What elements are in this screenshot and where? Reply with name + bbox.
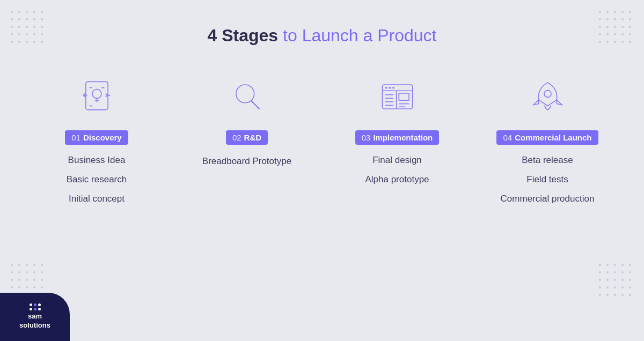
logo-dots [30, 303, 41, 310]
discovery-item-2: Basic research [67, 174, 127, 186]
lightbulb-icon [77, 77, 117, 117]
launch-items: Beta release Field tests Commercial prod… [501, 154, 595, 205]
search-icon [227, 77, 267, 117]
discovery-icon [72, 72, 121, 121]
svg-point-24 [544, 90, 551, 97]
implementation-item-1: Final design [365, 154, 429, 166]
rd-items: Breadboard Prototype [202, 154, 291, 168]
rocket-icon [528, 77, 568, 117]
discovery-items: Business Idea Basic research Initial con… [67, 154, 127, 205]
svg-point-9 [236, 85, 254, 103]
dots-top-right [599, 11, 633, 45]
rd-item-1: Breadboard Prototype [202, 154, 291, 168]
launch-item-2: Field tests [501, 174, 595, 186]
svg-point-22 [389, 86, 391, 88]
logo-text: sam solutions [19, 312, 50, 330]
implementation-item-2: Alpha prototype [365, 174, 429, 186]
svg-rect-0 [85, 81, 107, 110]
discovery-label: 01 Discovery [65, 130, 128, 145]
browser-icon [377, 77, 418, 117]
launch-item-1: Beta release [501, 154, 595, 166]
stage-rd: 02 R&D Breadboard Prototype [172, 72, 322, 168]
discovery-item-1: Business Idea [67, 154, 127, 166]
logo: sam solutions [0, 293, 70, 341]
implementation-icon [373, 72, 421, 121]
discovery-item-3: Initial concept [67, 193, 127, 205]
stage-discovery: 01 Discovery Business Idea Basic researc… [21, 72, 172, 205]
page-title: 4 Stages to Launch a Product [0, 0, 644, 46]
dots-bottom-right [599, 264, 633, 298]
implementation-label: 03 Implementation [355, 130, 440, 145]
svg-rect-18 [399, 93, 409, 100]
svg-point-1 [92, 89, 101, 98]
svg-point-21 [385, 86, 387, 88]
svg-point-23 [392, 86, 394, 88]
launch-label: 04 Commercial Launch [496, 130, 598, 145]
stage-launch: 04 Commercial Launch Beta release Field … [472, 72, 623, 205]
stage-implementation: 03 Implementation Final design Alpha pro… [322, 72, 472, 186]
rd-label: 02 R&D [226, 130, 268, 145]
svg-line-10 [251, 101, 259, 108]
stages-container: 01 Discovery Business Idea Basic researc… [0, 51, 644, 205]
launch-icon [523, 72, 572, 121]
dots-top-left [11, 11, 45, 45]
launch-item-3: Commercial production [501, 193, 595, 205]
page-background: 4 Stages to Launch a Product [0, 0, 644, 341]
implementation-items: Final design Alpha prototype [365, 154, 429, 186]
rd-icon [223, 72, 271, 121]
